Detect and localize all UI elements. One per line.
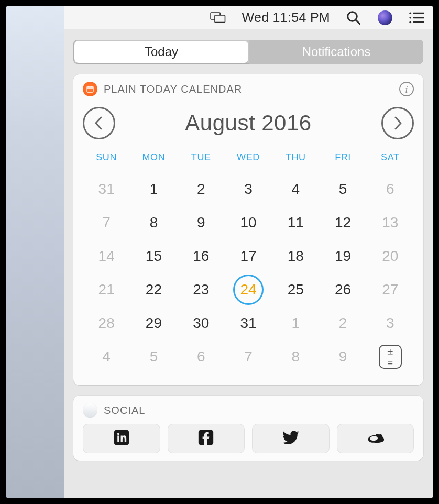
weekday-header: MON <box>130 152 177 172</box>
svg-point-2 <box>348 12 357 21</box>
calendar-day[interactable]: 28 <box>83 306 130 340</box>
calendar-day[interactable]: 19 <box>319 239 366 273</box>
notification-center-menu-icon[interactable] <box>409 12 424 24</box>
calendar-day[interactable]: 6 <box>178 340 225 374</box>
calendar-day[interactable]: 3 <box>367 306 414 340</box>
plain-today-calendar-widget: PLAIN TODAY CALENDAR i August 2016 SUNMO… <box>73 74 423 385</box>
calendar-day[interactable]: 1 <box>130 172 177 206</box>
calendar-day[interactable]: 8 <box>272 340 319 374</box>
social-widget: SOCIAL <box>73 396 423 461</box>
menubar-clock[interactable]: Wed 11:54 PM <box>242 10 330 25</box>
svg-line-3 <box>356 20 360 24</box>
social-widget-icon <box>83 403 97 418</box>
svg-rect-1 <box>215 15 225 23</box>
twitter-button[interactable] <box>252 424 330 453</box>
month-navigation: August 2016 <box>83 107 414 139</box>
calendar-day[interactable]: 12 <box>319 206 366 239</box>
twitter-icon <box>282 429 300 448</box>
widget-title: SOCIAL <box>104 404 414 417</box>
calendar-day[interactable]: 2 <box>178 172 225 206</box>
plain-today-calendar-icon <box>83 82 97 96</box>
widget-header: SOCIAL <box>73 396 423 424</box>
calendar-day[interactable]: 20 <box>367 239 414 273</box>
calendar-day[interactable]: 17 <box>225 239 272 273</box>
svg-point-8 <box>409 21 411 23</box>
calendar-day[interactable]: 5 <box>319 172 366 206</box>
calendar-day[interactable]: 1 <box>272 306 319 340</box>
weibo-button[interactable] <box>337 424 414 453</box>
calendar-day[interactable]: 7 <box>225 340 272 374</box>
calendar-day[interactable]: 10 <box>225 206 272 239</box>
svg-point-6 <box>409 17 411 19</box>
calendar-day[interactable]: 31 <box>83 172 130 206</box>
calendar-grid: SUNMONTUEWEDTHUFRISAT3112345678910111213… <box>83 152 414 374</box>
calendar-day[interactable]: 13 <box>367 206 414 239</box>
desktop-wallpaper-strip <box>6 6 64 498</box>
linkedin-icon <box>113 429 130 448</box>
facebook-button[interactable] <box>168 424 245 453</box>
calendar-day[interactable]: 9 <box>319 340 366 374</box>
previous-month-button[interactable] <box>83 107 115 139</box>
calendar-day[interactable]: 11 <box>272 206 319 239</box>
spotlight-search-icon[interactable] <box>346 10 361 26</box>
calendar-day-today[interactable]: 24 <box>225 273 272 306</box>
weekday-header: FRI <box>319 152 366 172</box>
calendar-day[interactable]: 14 <box>83 239 130 273</box>
calendar-day[interactable]: 7 <box>83 206 130 239</box>
calendar-day[interactable]: 9 <box>178 206 225 239</box>
calendar-day[interactable]: 18 <box>272 239 319 273</box>
calendar-day[interactable]: 4 <box>83 340 130 374</box>
notification-center-panel: Wed 11:54 PM Today Notifications <box>64 6 433 498</box>
calendar-day[interactable]: 16 <box>178 239 225 273</box>
weekday-header: SAT <box>367 152 414 172</box>
calendar-day[interactable]: 2 <box>319 306 366 340</box>
calendar-day[interactable]: 27 <box>367 273 414 306</box>
linkedin-button[interactable] <box>83 424 160 453</box>
calendar-day[interactable]: 30 <box>178 306 225 340</box>
widget-header: PLAIN TODAY CALENDAR i <box>73 74 423 103</box>
screen-mirroring-icon[interactable] <box>210 12 226 23</box>
facebook-icon <box>197 429 215 448</box>
next-month-button[interactable] <box>381 107 414 139</box>
weekday-header: THU <box>272 152 319 172</box>
notifications-tab[interactable]: Notifications <box>249 40 423 64</box>
menubar: Wed 11:54 PM <box>64 6 433 29</box>
weekday-header: SUN <box>83 152 130 172</box>
calendar-day[interactable]: 21 <box>83 273 130 306</box>
svg-point-4 <box>409 12 411 14</box>
calendar-day[interactable]: 25 <box>272 273 319 306</box>
weekday-header: TUE <box>178 152 225 172</box>
today-notifications-segmented-control: Today Notifications <box>73 40 423 64</box>
calendar-day[interactable]: 22 <box>130 273 177 306</box>
calendar-day[interactable]: 5 <box>130 340 177 374</box>
calendar-day[interactable]: 31 <box>225 306 272 340</box>
widget-info-button[interactable]: i <box>399 82 414 96</box>
expand-collapse-button[interactable] <box>367 340 414 374</box>
calendar-day[interactable]: 26 <box>319 273 366 306</box>
weibo-icon <box>366 429 384 448</box>
social-row <box>73 424 423 458</box>
svg-rect-10 <box>87 86 93 92</box>
calendar-day[interactable]: 23 <box>178 273 225 306</box>
calendar-day[interactable]: 8 <box>130 206 177 239</box>
siri-icon[interactable] <box>377 10 393 25</box>
today-tab[interactable]: Today <box>74 41 248 63</box>
calendar-day[interactable]: 6 <box>367 172 414 206</box>
widget-title: PLAIN TODAY CALENDAR <box>104 83 399 95</box>
calendar-day[interactable]: 4 <box>272 172 319 206</box>
month-year-label: August 2016 <box>185 111 311 136</box>
calendar-day[interactable]: 3 <box>225 172 272 206</box>
calendar-day[interactable]: 29 <box>130 306 177 340</box>
calendar-day[interactable]: 15 <box>130 239 177 273</box>
weekday-header: WED <box>225 152 272 172</box>
